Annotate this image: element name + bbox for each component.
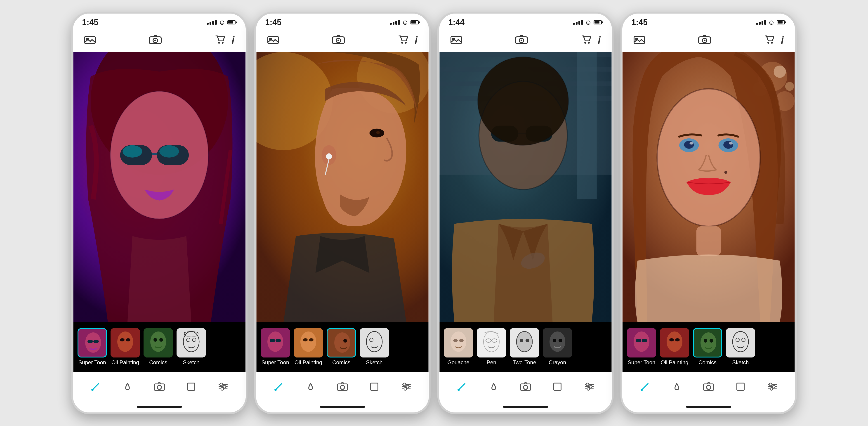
status-time-2: 1:45 bbox=[265, 18, 281, 27]
svg-rect-0 bbox=[85, 36, 95, 43]
home-bar-1 bbox=[137, 406, 182, 408]
filter-item-comics-4[interactable]: Comics bbox=[693, 328, 722, 366]
camera-icon-1[interactable] bbox=[149, 35, 162, 47]
frame-tool-3[interactable] bbox=[548, 377, 566, 396]
gallery-icon-4[interactable] bbox=[633, 35, 645, 46]
brush-tool-3[interactable] bbox=[453, 377, 471, 396]
filter-item-pen-3[interactable]: Pen bbox=[477, 328, 506, 366]
info-icon-3[interactable]: i bbox=[598, 35, 600, 47]
filter-thumb-supertoon-2[interactable] bbox=[260, 328, 290, 358]
svg-rect-43 bbox=[268, 36, 278, 43]
filter-item-sketch-4[interactable]: Sketch bbox=[726, 328, 755, 366]
filter-thumb-sketch-2[interactable] bbox=[360, 328, 389, 358]
filter-thumb-pen-3[interactable] bbox=[477, 328, 506, 358]
svg-rect-36 bbox=[188, 383, 195, 390]
filter-thumb-gouache-3[interactable] bbox=[444, 328, 473, 358]
svg-point-118 bbox=[526, 339, 529, 342]
filter-thumb-twotone-3[interactable] bbox=[510, 328, 539, 358]
cart-icon-4[interactable] bbox=[764, 35, 774, 47]
filter-thumb-oilpainting-4[interactable] bbox=[660, 328, 689, 358]
info-icon-4[interactable]: i bbox=[781, 35, 784, 47]
svg-point-5 bbox=[218, 42, 220, 43]
filter-thumb-supertoon-4[interactable] bbox=[627, 328, 656, 358]
filter-thumb-crayon-3[interactable] bbox=[543, 328, 572, 358]
filter-label-supertoon-2: Super Toon bbox=[261, 359, 289, 366]
brush-tool-4[interactable] bbox=[636, 377, 654, 396]
svg-point-122 bbox=[559, 339, 562, 342]
camera-icon-2[interactable] bbox=[332, 35, 345, 47]
brush-tool-2[interactable] bbox=[270, 377, 288, 396]
sliders-tool-1[interactable] bbox=[214, 377, 232, 396]
svg-point-26 bbox=[150, 332, 166, 352]
filter-thumb-comics-4[interactable] bbox=[693, 328, 722, 358]
status-icons-1: ⊜ bbox=[207, 19, 237, 26]
svg-point-180 bbox=[769, 383, 772, 386]
svg-rect-76 bbox=[371, 383, 378, 390]
svg-point-66 bbox=[309, 338, 313, 341]
filter-thumb-comics-2[interactable] bbox=[327, 328, 356, 358]
filter-thumb-oilpainting-1[interactable] bbox=[111, 328, 140, 358]
filter-item-oilpainting-2[interactable]: Oil Painting bbox=[293, 328, 323, 366]
svg-point-156 bbox=[724, 171, 727, 174]
app-toolbar-2: i bbox=[256, 29, 429, 52]
drop-tool-2[interactable] bbox=[302, 377, 320, 396]
home-bar-4 bbox=[686, 406, 731, 408]
filter-item-sketch-1[interactable]: Sketch bbox=[177, 328, 206, 366]
info-icon-1[interactable]: i bbox=[232, 35, 235, 47]
filter-item-sketch-2[interactable]: Sketch bbox=[360, 328, 389, 366]
cart-icon-2[interactable] bbox=[398, 35, 408, 47]
bottom-toolbar-4 bbox=[622, 372, 795, 401]
filter-item-gouache-3[interactable]: Gouache bbox=[444, 328, 473, 366]
svg-point-120 bbox=[550, 332, 565, 352]
svg-point-14 bbox=[123, 145, 142, 157]
filter-item-supertoon-1[interactable]: Super Toon bbox=[78, 328, 107, 366]
home-indicator-4 bbox=[622, 401, 795, 413]
camera-tool-4[interactable] bbox=[700, 377, 718, 396]
filter-thumb-sketch-1[interactable] bbox=[177, 328, 206, 358]
drop-tool-4[interactable] bbox=[668, 377, 686, 396]
filter-item-comics-1[interactable]: Comics bbox=[144, 328, 173, 366]
filter-thumb-supertoon-1[interactable] bbox=[78, 328, 107, 358]
drop-tool-3[interactable] bbox=[485, 377, 503, 396]
filter-thumb-sketch-4[interactable] bbox=[726, 328, 755, 358]
bottom-toolbar-2 bbox=[256, 372, 429, 401]
camera-tool-2[interactable] bbox=[333, 377, 351, 396]
svg-point-35 bbox=[157, 385, 161, 389]
filter-item-supertoon-4[interactable]: Super Toon bbox=[627, 328, 656, 366]
svg-point-65 bbox=[303, 338, 308, 341]
filter-item-supertoon-2[interactable]: Super Toon bbox=[260, 328, 290, 366]
signal-icon-2 bbox=[390, 20, 400, 25]
filter-item-oilpainting-1[interactable]: Oil Painting bbox=[111, 328, 140, 366]
gallery-icon-2[interactable] bbox=[268, 35, 279, 46]
frame-tool-4[interactable] bbox=[732, 377, 749, 396]
filter-item-oilpainting-4[interactable]: Oil Painting bbox=[660, 328, 689, 366]
sliders-tool-2[interactable] bbox=[397, 377, 415, 396]
filter-item-crayon-3[interactable]: Crayon bbox=[543, 328, 572, 366]
svg-rect-126 bbox=[554, 383, 561, 390]
filter-thumb-oilpainting-2[interactable] bbox=[293, 328, 323, 358]
camera-tool-1[interactable] bbox=[150, 377, 168, 396]
svg-rect-97 bbox=[577, 52, 597, 199]
cart-icon-3[interactable] bbox=[581, 35, 591, 47]
frame-tool-2[interactable] bbox=[365, 377, 383, 396]
camera-icon-3[interactable] bbox=[515, 35, 528, 47]
cart-icon-1[interactable] bbox=[215, 35, 225, 47]
filter-thumb-comics-1[interactable] bbox=[144, 328, 173, 358]
filter-item-twotone-3[interactable]: Two-Tone bbox=[510, 328, 539, 366]
sliders-tool-4[interactable] bbox=[763, 377, 781, 396]
camera-icon-4[interactable] bbox=[698, 35, 711, 47]
svg-point-123 bbox=[458, 389, 460, 391]
gallery-icon-3[interactable] bbox=[451, 35, 462, 46]
drop-tool-1[interactable] bbox=[119, 377, 136, 396]
svg-point-27 bbox=[153, 338, 157, 342]
filter-item-comics-2[interactable]: Comics bbox=[327, 328, 356, 366]
camera-tool-3[interactable] bbox=[517, 377, 535, 396]
frame-tool-1[interactable] bbox=[182, 377, 200, 396]
gallery-icon-1[interactable] bbox=[84, 35, 96, 46]
home-indicator-3 bbox=[439, 401, 612, 413]
svg-point-107 bbox=[451, 332, 466, 352]
info-icon-2[interactable]: i bbox=[415, 35, 417, 47]
brush-tool-1[interactable] bbox=[87, 377, 105, 396]
filter-label-sketch-2: Sketch bbox=[366, 359, 382, 366]
sliders-tool-3[interactable] bbox=[580, 377, 598, 396]
